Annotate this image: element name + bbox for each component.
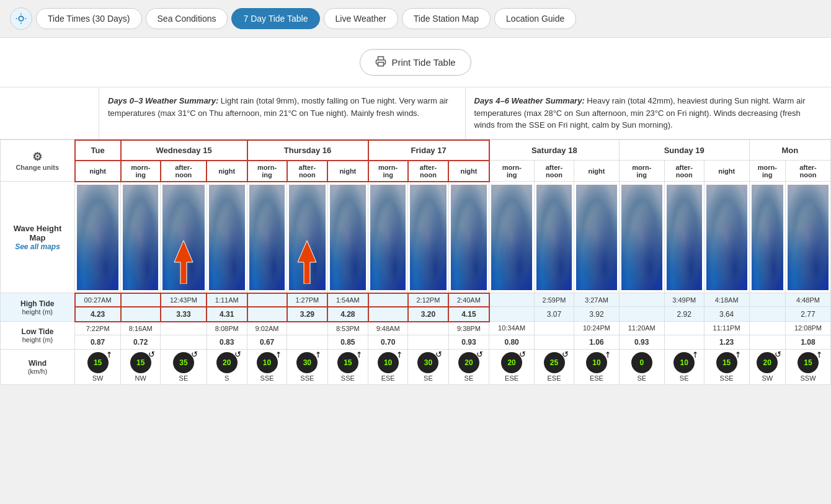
- tod-fri-afternoon: after-noon: [408, 161, 449, 182]
- day-header-row: ⚙ Change units Tue Wednesday 15 Thursday…: [1, 140, 831, 161]
- wind-dir-3: S: [224, 374, 229, 382]
- ht-fri-night-time: 2:40AM: [448, 293, 489, 307]
- lt-thu-afternoon-time: [287, 322, 328, 335]
- tab-sea-conditions[interactable]: Sea Conditions: [146, 8, 228, 29]
- tab-7-day[interactable]: 7 Day Tide Table: [231, 8, 319, 29]
- wind-mon-afternoon: 15 ↗ SSW: [786, 349, 831, 384]
- lt-fri-morning-time: 9:48AM: [368, 322, 408, 335]
- ht-mon-afternoon-val: 2.77: [786, 307, 831, 322]
- tod-sat-night: night: [574, 161, 620, 182]
- tod-wed-night: night: [207, 161, 247, 182]
- wind-arrow-16: ↺: [775, 350, 781, 359]
- weather-summary-left: Days 0–3 Weather Summary: Light rain (to…: [99, 87, 466, 139]
- ht-sat-night-time: 3:27AM: [574, 293, 620, 307]
- print-area: Print Tide Table: [0, 38, 831, 87]
- day-thu: Thursday 16: [247, 140, 368, 161]
- ht-wed-night-val: 4.31: [207, 307, 247, 322]
- wind-val-12: 10: [592, 358, 600, 367]
- wind-fri-night: 20 ↺ SE: [448, 349, 489, 384]
- tod-sat-morning: morn-ing: [489, 161, 535, 182]
- change-units-button[interactable]: ⚙ Change units: [2, 145, 73, 176]
- wind-sun-morning: 0 SE: [619, 349, 664, 384]
- map-sun-afternoon: [664, 182, 704, 293]
- lt-sat-afternoon-time: [534, 322, 574, 335]
- tod-sun-morning: morn-ing: [619, 161, 664, 182]
- lt-tue-night-time: 7:22PM: [75, 322, 121, 335]
- weather-right-bold: Days 4–6 Weather Summary:: [474, 96, 585, 105]
- wind-val-15: 15: [722, 358, 731, 367]
- wind-val-16: 20: [763, 358, 771, 367]
- lt-wed-morning-time: 8:16AM: [121, 322, 161, 335]
- wind-val-1: 15: [136, 358, 144, 367]
- ht-fri-afternoon-time: 2:12PM: [408, 293, 449, 307]
- wind-sun-night: 15 ↗ SSE: [704, 349, 749, 384]
- lt-wed-afternoon-val: [161, 335, 207, 349]
- ht-wed-morning-val: [121, 307, 161, 322]
- ht-sun-afternoon-val: 2.92: [664, 307, 704, 322]
- ht-sun-morning-val: [619, 307, 664, 322]
- ht-sun-night-time: 4:18AM: [704, 293, 749, 307]
- tab-live-weather[interactable]: Live Weather: [324, 8, 398, 29]
- high-tide-sub: height (m): [2, 308, 73, 316]
- ht-tue-night-val: 4.23: [75, 307, 121, 322]
- ht-thu-afternoon-time: 1:27PM: [287, 293, 328, 307]
- home-icon-tab[interactable]: [10, 7, 32, 30]
- map-mon-morning: [749, 182, 785, 293]
- wind-dir-0: SW: [92, 374, 104, 382]
- lt-fri-night-val: 0.93: [448, 335, 489, 349]
- lt-tue-night-val: 0.87: [75, 335, 121, 349]
- lt-thu-night-val: 0.85: [327, 335, 368, 349]
- low-tide-sub: height (m): [2, 336, 73, 343]
- ht-fri-morning-val: [368, 307, 408, 322]
- ht-fri-morning-time: [368, 293, 408, 307]
- wind-arrow-1: ↺: [148, 350, 155, 359]
- see-all-maps-link[interactable]: See all maps: [15, 242, 60, 251]
- ht-sat-morning-val: [489, 307, 535, 322]
- lt-wed-morning-val: 0.72: [121, 335, 161, 349]
- ht-thu-morning-val: [247, 307, 287, 322]
- tab-tide-station-map[interactable]: Tide Station Map: [402, 8, 491, 29]
- map-wed-night: [207, 182, 247, 293]
- low-tide-time-row: Low Tide height (m) 7:22PM 8:16AM 8:08PM…: [1, 322, 831, 335]
- tod-thu-morning: morn-ing: [247, 161, 287, 182]
- wind-val-10: 20: [507, 358, 515, 367]
- lt-sun-afternoon-val: [664, 335, 704, 349]
- tod-mon-afternoon: after-noon: [786, 161, 831, 182]
- wind-thu-morning: 10 ↗ SSE: [247, 349, 287, 384]
- tab-location-guide[interactable]: Location Guide: [494, 8, 576, 29]
- tod-sun-night: night: [704, 161, 749, 182]
- map-sat-morning: [489, 182, 535, 293]
- wind-dir-15: SSE: [720, 374, 734, 382]
- lt-fri-morning-val: 0.70: [368, 335, 408, 349]
- wind-thu-night: 15 ↗ SSE: [327, 349, 368, 384]
- map-thu-morning: [247, 182, 287, 293]
- ht-thu-morning-time: [247, 293, 287, 307]
- lt-fri-night-time: 9:38PM: [448, 322, 489, 335]
- wind-sat-night: 10 ↗ ESE: [574, 349, 620, 384]
- lt-mon-morning-val: [749, 335, 785, 349]
- tide-table: ⚙ Change units Tue Wednesday 15 Thursday…: [0, 139, 831, 385]
- weather-summary-right: Days 4–6 Weather Summary: Heavy rain (to…: [466, 87, 832, 139]
- svg-rect-5: [378, 63, 384, 66]
- wind-dir-16: SW: [762, 374, 773, 382]
- printer-icon: [375, 56, 386, 69]
- lt-thu-morning-val: 0.67: [247, 335, 287, 349]
- wind-dir-8: SE: [424, 374, 433, 382]
- lt-sun-morning-val: 0.93: [619, 335, 664, 349]
- main-content: Days 0–3 Weather Summary: Light rain (to…: [0, 87, 831, 385]
- ht-thu-night-time: 1:54AM: [327, 293, 368, 307]
- wind-arrow-10: ↺: [519, 350, 526, 359]
- lt-mon-afternoon-val: 1.08: [786, 335, 831, 349]
- svg-marker-6: [174, 241, 193, 284]
- tod-wed-afternoon: after-noon: [161, 161, 207, 182]
- print-tide-table-button[interactable]: Print Tide Table: [360, 49, 471, 76]
- lt-thu-night-time: 8:53PM: [327, 322, 368, 335]
- svg-marker-7: [298, 241, 316, 284]
- tab-tide-times[interactable]: Tide Times (30 Days): [36, 8, 142, 29]
- lt-fri-afternoon-time: [408, 322, 449, 335]
- wind-val-5: 30: [303, 358, 311, 367]
- map-fri-night: [448, 182, 489, 293]
- lt-fri-afternoon-val: [408, 335, 449, 349]
- ht-sun-afternoon-time: 3:49PM: [664, 293, 704, 307]
- map-thu-night: [327, 182, 368, 293]
